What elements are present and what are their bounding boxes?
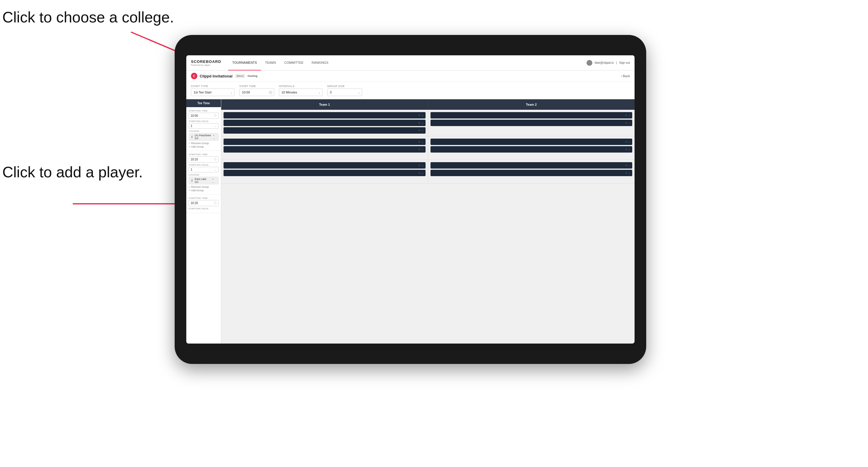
chevron-icon[interactable]: ⌄	[628, 121, 630, 124]
player-slot-t2g1-2[interactable]: × ⌄	[431, 120, 632, 126]
chevron-icon[interactable]: ⌄	[628, 164, 630, 167]
chevron-icon[interactable]: ⌄	[628, 140, 630, 143]
starting-hole-input-1[interactable]: 1 ⌄	[189, 123, 219, 129]
starting-time-label-2: STARTING TIME:	[189, 153, 219, 156]
intervals-select[interactable]: 10 Minutes	[279, 89, 322, 96]
x-icon[interactable]: ×	[418, 148, 420, 151]
nav-logo-title: SCOREBOARD	[191, 59, 221, 64]
tee-time-header: Tee Time	[186, 99, 221, 107]
teams-body: × ⌄ × ⌄ × ⌄	[221, 110, 634, 344]
starting-hole-input-2[interactable]: 1 ⌄	[189, 167, 219, 173]
nav-link-tournaments[interactable]: TOURNAMENTS	[228, 55, 261, 70]
nav-link-rankings[interactable]: RANKINGS	[308, 55, 333, 70]
x-icon[interactable]: ×	[625, 114, 627, 117]
chevron-icon[interactable]: ⌄	[422, 164, 424, 167]
annotation-choose-college: Click to choose a college.	[2, 8, 174, 26]
player-slot-t1g3-1[interactable]: × ⌄	[223, 162, 426, 168]
x-icon[interactable]: ×	[418, 114, 420, 117]
start-type-select[interactable]: 1st Tee Start	[191, 89, 235, 96]
add-group-1[interactable]: + Add Group	[189, 145, 219, 148]
x-icon[interactable]: ×	[418, 129, 420, 132]
x-icon[interactable]: ×	[418, 121, 420, 124]
team-row-group-3: × ⌄ × ⌄ × ⌄	[221, 160, 634, 183]
x-icon[interactable]: ×	[625, 140, 627, 143]
team1-cell-1: × ⌄ × ⌄ × ⌄	[221, 110, 428, 136]
group-2: STARTING TIME: 10:10 ⓘ STARTING HOLE: 1 …	[186, 151, 221, 194]
group-size-select[interactable]: 3	[327, 89, 362, 96]
course-select-1[interactable]: 🏌 (A) Peachtree GC × ⌄	[189, 133, 219, 141]
player-slot-t2g1-1[interactable]: × ⌄	[431, 112, 632, 119]
chevron-icon[interactable]: ⌄	[422, 121, 424, 124]
player-slot-t2g3-1[interactable]: × ⌄	[431, 162, 632, 168]
player-slot-t1g3-2[interactable]: × ⌄	[223, 170, 426, 176]
starting-time-input-2[interactable]: 10:10 ⓘ	[189, 156, 219, 162]
player-slot-t1g2-2[interactable]: × ⌄	[223, 146, 426, 153]
group-3: STARTING TIME: 10:20 ⓘ STARTING HOLE:	[186, 194, 221, 213]
chevron-icon[interactable]: ⌄	[628, 148, 630, 151]
group-1: STARTING TIME: 10:00 ⓘ STARTING HOLE: 1 …	[186, 107, 221, 151]
remove-group-2[interactable]: ○ Remove Group	[189, 185, 219, 188]
x-icon[interactable]: ×	[418, 164, 420, 167]
player-slot-t1g1-1[interactable]: × ⌄	[223, 112, 426, 119]
x-icon[interactable]: ×	[418, 140, 420, 143]
group-size-group: Group Size 3	[327, 85, 362, 96]
start-type-label: Start Type	[191, 85, 235, 88]
nav-user: blair@clippd.io | Sign out	[587, 60, 630, 66]
chevron-icon[interactable]: ⌄	[628, 114, 630, 117]
starting-time-input-1[interactable]: 10:00 ⓘ	[189, 113, 219, 119]
starting-hole-label-3: STARTING HOLE:	[189, 207, 219, 210]
player-slot-t2g2-1[interactable]: × ⌄	[431, 138, 632, 145]
start-type-group: Start Type 1st Tee Start	[191, 85, 235, 96]
nav-bar: SCOREBOARD Powered by clippd TOURNAMENTS…	[186, 55, 634, 70]
chevron-icon[interactable]: ⌄	[628, 172, 630, 175]
player-slot-t2g2-2[interactable]: × ⌄	[431, 146, 632, 153]
back-button[interactable]: ‹ Back	[621, 74, 630, 78]
team1-cell-2: × ⌄ × ⌄	[221, 136, 428, 160]
chevron-icon[interactable]: ⌄	[422, 172, 424, 175]
player-slot-t1g1-3[interactable]: × ⌄	[223, 127, 426, 134]
clock-icon: 🕙	[269, 91, 272, 94]
team2-cell-2: × ⌄ × ⌄	[428, 136, 635, 160]
group-actions-2: ○ Remove Group + Add Group	[189, 185, 219, 192]
x-icon[interactable]: ×	[625, 148, 627, 151]
nav-link-teams[interactable]: TEAMS	[261, 55, 280, 70]
starting-time-input-3[interactable]: 10:20 ⓘ	[189, 200, 219, 206]
c-logo-icon: C	[191, 73, 197, 79]
event-title: Clippd Invitational	[200, 74, 232, 78]
form-area: Start Type 1st Tee Start Start Time 10:0…	[186, 82, 634, 99]
team2-header: Team 2	[428, 99, 635, 110]
nav-signout[interactable]: Sign out	[619, 61, 630, 64]
gender-tag: (Men)	[235, 74, 245, 78]
team-row-group-1: × ⌄ × ⌄ × ⌄	[221, 110, 634, 136]
player-slot-t1g2-1[interactable]: × ⌄	[223, 138, 426, 145]
course-label-2: COURSE:	[189, 174, 219, 176]
course-label-1: COURSE:	[189, 130, 219, 132]
main-content: Tee Time STARTING TIME: 10:00 ⓘ STARTING…	[186, 99, 634, 344]
chevron-icon[interactable]: ⌄	[422, 114, 424, 117]
nav-avatar	[587, 60, 592, 66]
starting-time-label-3: STARTING TIME:	[189, 197, 219, 199]
hosting-tag: Hosting	[248, 74, 258, 77]
x-icon[interactable]: ×	[625, 172, 627, 175]
x-icon[interactable]: ×	[418, 172, 420, 175]
x-icon[interactable]: ×	[625, 164, 627, 167]
nav-logo: SCOREBOARD Powered by clippd	[191, 59, 221, 66]
x-icon[interactable]: ×	[625, 121, 627, 124]
player-slot-t1g1-2[interactable]: × ⌄	[223, 120, 426, 126]
chevron-icon[interactable]: ⌄	[422, 148, 424, 151]
add-group-2[interactable]: + Add Group	[189, 189, 219, 192]
start-time-input[interactable]: 10:00 🕙	[239, 89, 274, 96]
intervals-label: Intervals	[279, 85, 322, 88]
starting-hole-label-2: STARTING HOLE:	[189, 164, 219, 166]
nav-link-committee[interactable]: COMMITTEE	[280, 55, 308, 70]
course-select-2[interactable]: 🏌 East Lake GC × ⌄	[189, 177, 219, 184]
right-area: Team 1 Team 2 × ⌄ ×	[221, 99, 634, 344]
player-slot-t2g3-2[interactable]: × ⌄	[431, 170, 632, 176]
remove-group-1[interactable]: ○ Remove Group	[189, 142, 219, 145]
starting-time-label-1: STARTING TIME:	[189, 110, 219, 112]
nav-links: TOURNAMENTS TEAMS COMMITTEE RANKINGS	[228, 55, 587, 70]
nav-logo-sub: Powered by clippd	[191, 64, 221, 66]
chevron-icon[interactable]: ⌄	[422, 140, 424, 143]
chevron-icon[interactable]: ⌄	[422, 129, 424, 132]
team1-cell-3: × ⌄ × ⌄	[221, 160, 428, 183]
